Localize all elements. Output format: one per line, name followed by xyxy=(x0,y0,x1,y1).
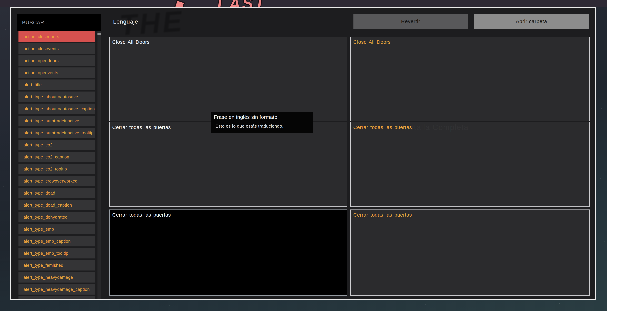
sidebar-item-alert_type_emp[interactable]: alert_type_emp xyxy=(18,224,95,234)
sidebar-item-alert_type_co2_tooltip[interactable]: alert_type_co2_tooltip xyxy=(18,164,95,174)
list-scrollbar-thumb[interactable] xyxy=(98,33,101,35)
sidebar-item-action_opendoors[interactable]: action_opendoors xyxy=(18,56,95,66)
current-translation-field[interactable]: Cerrar todas las puertas xyxy=(109,122,347,207)
current-translation-preview: Cerrar todas las puertas xyxy=(350,122,590,207)
list-scrollbar[interactable] xyxy=(98,31,101,299)
tooltip-title: Frase en inglés sin formato xyxy=(211,112,312,122)
sidebar-item-alert_title[interactable]: alert_title xyxy=(18,80,95,90)
sidebar-item-alert_type_heavydamage_tooltip[interactable]: alert_type_heavydamage_tooltip xyxy=(18,296,95,299)
sidebar-item-alert_type_heavydamage_caption[interactable]: alert_type_heavydamage_caption xyxy=(18,284,95,294)
tooltip-caption: Esto es lo que estás traduciendo. xyxy=(211,122,312,129)
string-key-list[interactable]: action_closedoorsaction_closeventsaction… xyxy=(18,31,95,299)
translation-tool-window: THE action_closedoorsaction_closeventsac… xyxy=(10,7,596,300)
sidebar-item-alert_type_autotradeinactive[interactable]: alert_type_autotradeinactive xyxy=(18,116,95,126)
language-label: Lenguaje xyxy=(113,18,138,25)
translation-edit-preview: Cerrar todas las puertas xyxy=(350,210,590,296)
star-field xyxy=(5,29,6,30)
sidebar-item-alert_type_famished[interactable]: alert_type_famished xyxy=(18,260,95,270)
search-input[interactable] xyxy=(17,14,101,31)
sidebar-item-alert_type_abouttoautosave_caption[interactable]: alert_type_abouttoautosave_caption xyxy=(18,104,95,114)
translation-edit-box[interactable]: Cerrar todas las puertas xyxy=(109,210,347,296)
sidebar-item-alert_type_dead[interactable]: alert_type_dead xyxy=(18,188,95,198)
revert-button[interactable]: Revertir xyxy=(354,14,468,29)
sidebar-item-action_openvents[interactable]: action_openvents xyxy=(18,68,95,78)
sidebar-item-alert_type_co2[interactable]: alert_type_co2 xyxy=(18,140,95,150)
sidebar-item-alert_type_emp_tooltip[interactable]: alert_type_emp_tooltip xyxy=(18,248,95,258)
sidebar-item-alert_type_abouttoautosave[interactable]: alert_type_abouttoautosave xyxy=(18,92,95,102)
open-folder-button[interactable]: Abrir carpeta xyxy=(474,14,589,29)
sidebar-item-alert_type_dehydrated[interactable]: alert_type_dehydrated xyxy=(18,212,95,222)
game-title-art: LAST xyxy=(216,0,267,7)
sidebar-item-alert_type_autotradeinactive_tooltip[interactable]: alert_type_autotradeinactive_tooltip xyxy=(18,128,95,138)
sidebar-item-action_closedoors[interactable]: action_closedoors xyxy=(18,31,95,42)
sidebar-item-alert_type_heavydamage[interactable]: alert_type_heavydamage xyxy=(18,272,95,282)
tooltip: Frase en inglés sin formato Esto es lo q… xyxy=(211,112,313,134)
source-english-preview: Close All Doors xyxy=(350,36,590,121)
sidebar-item-alert_type_dead_caption[interactable]: alert_type_dead_caption xyxy=(18,200,95,210)
sidebar-item-alert_type_crewoverworked[interactable]: alert_type_crewoverworked xyxy=(18,176,95,186)
sidebar-item-action_closevents[interactable]: action_closevents xyxy=(18,44,95,54)
sidebar-item-alert_type_emp_caption[interactable]: alert_type_emp_caption xyxy=(18,236,95,246)
source-english-field[interactable]: Close All Doors xyxy=(109,36,347,121)
game-title-strip: LAST xyxy=(0,0,607,7)
title-art-letter-fragment xyxy=(173,0,185,7)
sidebar-item-alert_type_co2_caption[interactable]: alert_type_co2_caption xyxy=(18,152,95,162)
